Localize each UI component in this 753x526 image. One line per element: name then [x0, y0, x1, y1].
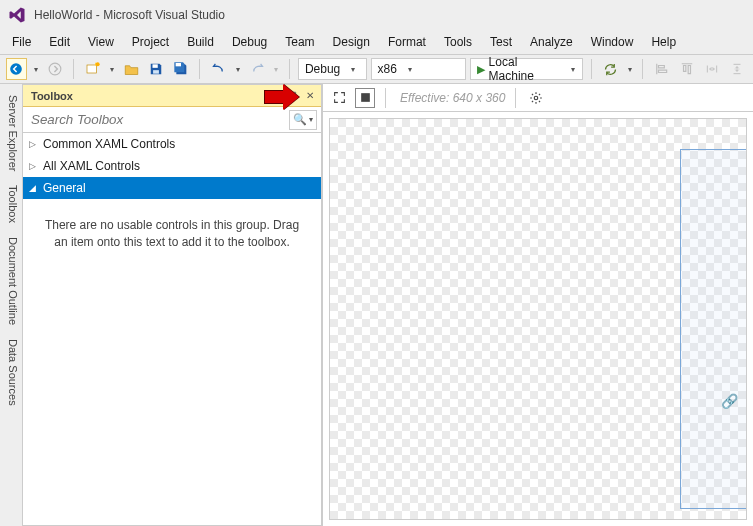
caret-right-icon: ▷: [29, 161, 37, 171]
panel-options-button[interactable]: ▾: [271, 89, 285, 103]
menu-file[interactable]: File: [4, 31, 39, 53]
menu-edit[interactable]: Edit: [41, 31, 78, 53]
toolbox-header: Toolbox ▾ ✕: [23, 85, 321, 107]
align-top-button[interactable]: [676, 58, 697, 80]
nav-back-dropdown[interactable]: ▾: [31, 65, 40, 74]
save-all-button[interactable]: [170, 58, 191, 80]
toolbox-search-input[interactable]: [27, 110, 285, 130]
start-debug-button[interactable]: ▶ Local Machine ▾: [470, 58, 584, 80]
close-icon: ✕: [306, 90, 314, 101]
svg-rect-7: [361, 93, 370, 102]
nav-forward-button[interactable]: [44, 58, 65, 80]
link-icon: 🔗: [721, 393, 738, 409]
svg-rect-6: [176, 63, 181, 66]
menu-format[interactable]: Format: [380, 31, 434, 53]
chevron-down-icon: ▾: [403, 65, 417, 74]
toolbox-group-common-xaml[interactable]: ▷ Common XAML Controls: [23, 133, 321, 155]
menu-team[interactable]: Team: [277, 31, 322, 53]
designer-settings-button[interactable]: [526, 88, 546, 108]
vs-logo-icon: [8, 6, 26, 24]
menu-project[interactable]: Project: [124, 31, 177, 53]
toolbox-group-general[interactable]: ◢ General: [23, 177, 321, 199]
svg-rect-4: [152, 64, 157, 68]
menu-help[interactable]: Help: [643, 31, 684, 53]
scale-mode-button[interactable]: [329, 88, 349, 108]
chevron-down-icon: ▾: [276, 90, 281, 101]
redo-dropdown[interactable]: ▾: [272, 65, 281, 74]
solution-platform-combo[interactable]: x86 ▾: [371, 58, 466, 80]
side-tab-data-sources[interactable]: Data Sources: [1, 332, 22, 413]
svg-rect-5: [153, 70, 159, 74]
toolbox-title: Toolbox: [31, 90, 73, 102]
arrow-left-circle-icon: [9, 62, 23, 76]
panel-close-button[interactable]: ✕: [303, 89, 317, 103]
side-tab-server-explorer[interactable]: Server Explorer: [1, 88, 22, 178]
design-canvas[interactable]: 🔗: [329, 118, 747, 520]
panel-pin-button[interactable]: [287, 89, 301, 103]
spacing-v-button[interactable]: [726, 58, 747, 80]
undo-icon: [211, 62, 226, 77]
browser-link-dropdown[interactable]: ▾: [625, 65, 634, 74]
fit-mode-button[interactable]: [355, 88, 375, 108]
pin-icon: [289, 91, 299, 101]
body-row: Server Explorer Toolbox Document Outline…: [0, 84, 753, 526]
align-left-button[interactable]: [651, 58, 672, 80]
caret-right-icon: ▷: [29, 139, 37, 149]
menu-view[interactable]: View: [80, 31, 122, 53]
menu-debug[interactable]: Debug: [224, 31, 275, 53]
device-frame-outline: [680, 149, 747, 509]
expand-corners-icon: [333, 91, 346, 104]
menu-tools[interactable]: Tools: [436, 31, 480, 53]
gear-icon: [529, 91, 543, 105]
chevron-down-icon: ▾: [346, 65, 360, 74]
new-project-icon: [85, 61, 101, 77]
toolbox-search-button[interactable]: 🔍 ▾: [289, 110, 317, 130]
side-tab-document-outline[interactable]: Document Outline: [1, 230, 22, 332]
toolbox-group-all-xaml[interactable]: ▷ All XAML Controls: [23, 155, 321, 177]
save-all-icon: [173, 61, 189, 77]
redo-button[interactable]: [247, 58, 268, 80]
solution-config-combo[interactable]: Debug ▾: [298, 58, 367, 80]
toolbox-group-label: All XAML Controls: [43, 159, 140, 173]
menu-build[interactable]: Build: [179, 31, 222, 53]
side-tab-toolbox[interactable]: Toolbox: [1, 178, 22, 230]
svg-point-0: [11, 63, 23, 75]
redo-icon: [250, 62, 265, 77]
save-icon: [149, 62, 163, 76]
menu-window[interactable]: Window: [583, 31, 642, 53]
menubar: File Edit View Project Build Debug Team …: [0, 30, 753, 54]
filled-square-icon: [359, 91, 372, 104]
undo-dropdown[interactable]: ▾: [233, 65, 242, 74]
chevron-down-icon: ▾: [309, 115, 313, 124]
start-debug-label: Local Machine: [489, 55, 561, 83]
menu-design[interactable]: Design: [325, 31, 378, 53]
undo-button[interactable]: [208, 58, 229, 80]
arrow-right-circle-icon: [48, 62, 62, 76]
nav-back-button[interactable]: [6, 58, 27, 80]
toolbox-search-row: 🔍 ▾: [23, 107, 321, 133]
titlebar: HelloWorld - Microsoft Visual Studio: [0, 0, 753, 30]
menu-test[interactable]: Test: [482, 31, 520, 53]
play-icon: ▶: [477, 63, 485, 76]
search-icon: 🔍: [293, 113, 307, 126]
save-button[interactable]: [145, 58, 166, 80]
open-file-button[interactable]: [121, 58, 142, 80]
svg-point-1: [49, 63, 61, 75]
new-project-button[interactable]: [82, 58, 103, 80]
caret-down-icon: ◢: [29, 183, 37, 193]
refresh-link-icon: [603, 62, 618, 77]
align-left-icon: [655, 62, 669, 76]
spacing-h-button[interactable]: [701, 58, 722, 80]
new-project-dropdown[interactable]: ▾: [107, 65, 116, 74]
menu-analyze[interactable]: Analyze: [522, 31, 581, 53]
solution-config-label: Debug: [305, 62, 340, 76]
folder-open-icon: [124, 62, 139, 77]
svg-point-8: [535, 96, 539, 100]
browser-link-button[interactable]: [600, 58, 621, 80]
toolbox-group-label: Common XAML Controls: [43, 137, 175, 151]
designer-pane: Effective: 640 x 360 🔗: [322, 84, 753, 526]
designer-toolbar: Effective: 640 x 360: [323, 84, 753, 112]
window-title: HelloWorld - Microsoft Visual Studio: [34, 8, 225, 22]
spacing-h-icon: [705, 62, 719, 76]
solution-platform-label: x86: [378, 62, 397, 76]
